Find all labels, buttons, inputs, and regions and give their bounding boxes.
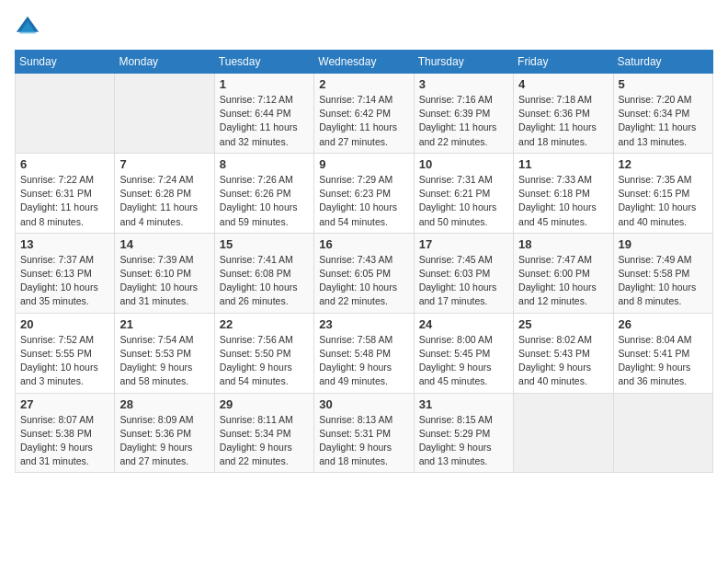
logo bbox=[15, 15, 44, 40]
day-info: Sunrise: 7:52 AMSunset: 5:55 PMDaylight:… bbox=[20, 333, 109, 389]
calendar-cell: 17 Sunrise: 7:45 AMSunset: 6:03 PMDaylig… bbox=[414, 233, 513, 313]
calendar-cell: 1 Sunrise: 7:12 AMSunset: 6:44 PMDayligh… bbox=[214, 74, 313, 154]
header-monday: Monday bbox=[115, 51, 214, 74]
day-info: Sunrise: 8:07 AMSunset: 5:38 PMDaylight:… bbox=[20, 413, 109, 469]
header-friday: Friday bbox=[514, 51, 613, 74]
calendar-cell: 20 Sunrise: 7:52 AMSunset: 5:55 PMDaylig… bbox=[16, 313, 115, 393]
day-number: 13 bbox=[20, 237, 109, 251]
week-row-3: 13 Sunrise: 7:37 AMSunset: 6:13 PMDaylig… bbox=[16, 233, 713, 313]
day-number: 24 bbox=[419, 317, 508, 331]
day-info: Sunrise: 7:37 AMSunset: 6:13 PMDaylight:… bbox=[20, 253, 109, 309]
day-info: Sunrise: 7:24 AMSunset: 6:28 PMDaylight:… bbox=[119, 173, 209, 229]
calendar-cell: 27 Sunrise: 8:07 AMSunset: 5:38 PMDaylig… bbox=[16, 393, 115, 473]
calendar-cell: 5 Sunrise: 7:20 AMSunset: 6:34 PMDayligh… bbox=[613, 74, 712, 154]
day-number: 10 bbox=[419, 157, 508, 171]
day-number: 23 bbox=[319, 317, 408, 331]
calendar-cell: 18 Sunrise: 7:47 AMSunset: 6:00 PMDaylig… bbox=[514, 233, 613, 313]
day-number: 17 bbox=[419, 237, 508, 251]
day-number: 31 bbox=[419, 397, 508, 411]
day-number: 21 bbox=[119, 317, 209, 331]
day-info: Sunrise: 7:54 AMSunset: 5:53 PMDaylight:… bbox=[119, 333, 209, 389]
day-info: Sunrise: 7:12 AMSunset: 6:44 PMDaylight:… bbox=[220, 93, 309, 149]
day-info: Sunrise: 7:18 AMSunset: 6:36 PMDaylight:… bbox=[518, 93, 608, 149]
day-info: Sunrise: 7:22 AMSunset: 6:31 PMDaylight:… bbox=[20, 173, 109, 229]
calendar-cell: 10 Sunrise: 7:31 AMSunset: 6:21 PMDaylig… bbox=[414, 153, 513, 233]
day-info: Sunrise: 8:00 AMSunset: 5:45 PMDaylight:… bbox=[419, 333, 508, 389]
week-row-1: 1 Sunrise: 7:12 AMSunset: 6:44 PMDayligh… bbox=[16, 74, 713, 154]
calendar-cell bbox=[514, 393, 613, 473]
calendar-cell: 24 Sunrise: 8:00 AMSunset: 5:45 PMDaylig… bbox=[414, 313, 513, 393]
day-info: Sunrise: 8:13 AMSunset: 5:31 PMDaylight:… bbox=[319, 413, 408, 469]
calendar-cell bbox=[115, 74, 214, 154]
day-number: 14 bbox=[119, 237, 209, 251]
calendar-cell: 9 Sunrise: 7:29 AMSunset: 6:23 PMDayligh… bbox=[314, 153, 414, 233]
day-info: Sunrise: 7:41 AMSunset: 6:08 PMDaylight:… bbox=[220, 253, 309, 309]
day-number: 4 bbox=[518, 77, 608, 91]
header-sunday: Sunday bbox=[16, 51, 115, 74]
calendar-cell: 3 Sunrise: 7:16 AMSunset: 6:39 PMDayligh… bbox=[414, 74, 513, 154]
calendar-cell: 25 Sunrise: 8:02 AMSunset: 5:43 PMDaylig… bbox=[514, 313, 613, 393]
day-info: Sunrise: 8:02 AMSunset: 5:43 PMDaylight:… bbox=[518, 333, 608, 389]
week-row-5: 27 Sunrise: 8:07 AMSunset: 5:38 PMDaylig… bbox=[16, 393, 713, 473]
calendar-cell: 2 Sunrise: 7:14 AMSunset: 6:42 PMDayligh… bbox=[314, 74, 414, 154]
calendar-cell: 22 Sunrise: 7:56 AMSunset: 5:50 PMDaylig… bbox=[214, 313, 313, 393]
day-number: 25 bbox=[518, 317, 608, 331]
calendar-cell: 31 Sunrise: 8:15 AMSunset: 5:29 PMDaylig… bbox=[414, 393, 513, 473]
header-wednesday: Wednesday bbox=[314, 51, 414, 74]
day-number: 22 bbox=[220, 317, 309, 331]
page-header bbox=[15, 15, 713, 40]
logo-icon bbox=[15, 15, 40, 40]
calendar-cell: 21 Sunrise: 7:54 AMSunset: 5:53 PMDaylig… bbox=[115, 313, 214, 393]
day-info: Sunrise: 7:29 AMSunset: 6:23 PMDaylight:… bbox=[319, 173, 408, 229]
day-info: Sunrise: 8:09 AMSunset: 5:36 PMDaylight:… bbox=[119, 413, 209, 469]
calendar-cell bbox=[16, 74, 115, 154]
day-info: Sunrise: 7:58 AMSunset: 5:48 PMDaylight:… bbox=[319, 333, 408, 389]
day-info: Sunrise: 8:15 AMSunset: 5:29 PMDaylight:… bbox=[419, 413, 508, 469]
calendar-cell: 15 Sunrise: 7:41 AMSunset: 6:08 PMDaylig… bbox=[214, 233, 313, 313]
day-number: 2 bbox=[319, 77, 408, 91]
day-number: 28 bbox=[119, 397, 209, 411]
day-number: 6 bbox=[20, 157, 109, 171]
calendar-cell: 11 Sunrise: 7:33 AMSunset: 6:18 PMDaylig… bbox=[514, 153, 613, 233]
day-info: Sunrise: 7:26 AMSunset: 6:26 PMDaylight:… bbox=[220, 173, 309, 229]
day-number: 18 bbox=[518, 237, 608, 251]
day-info: Sunrise: 7:31 AMSunset: 6:21 PMDaylight:… bbox=[419, 173, 508, 229]
day-info: Sunrise: 7:20 AMSunset: 6:34 PMDaylight:… bbox=[619, 93, 708, 149]
calendar-cell: 14 Sunrise: 7:39 AMSunset: 6:10 PMDaylig… bbox=[115, 233, 214, 313]
day-number: 5 bbox=[619, 77, 708, 91]
day-number: 8 bbox=[220, 157, 309, 171]
calendar-cell: 12 Sunrise: 7:35 AMSunset: 6:15 PMDaylig… bbox=[613, 153, 712, 233]
calendar-cell bbox=[613, 393, 712, 473]
calendar-cell: 29 Sunrise: 8:11 AMSunset: 5:34 PMDaylig… bbox=[214, 393, 313, 473]
calendar-cell: 8 Sunrise: 7:26 AMSunset: 6:26 PMDayligh… bbox=[214, 153, 313, 233]
calendar-cell: 19 Sunrise: 7:49 AMSunset: 5:58 PMDaylig… bbox=[613, 233, 712, 313]
day-number: 19 bbox=[619, 237, 708, 251]
calendar-cell: 6 Sunrise: 7:22 AMSunset: 6:31 PMDayligh… bbox=[16, 153, 115, 233]
day-number: 30 bbox=[319, 397, 408, 411]
calendar-cell: 28 Sunrise: 8:09 AMSunset: 5:36 PMDaylig… bbox=[115, 393, 214, 473]
calendar-cell: 26 Sunrise: 8:04 AMSunset: 5:41 PMDaylig… bbox=[613, 313, 712, 393]
calendar-table: SundayMondayTuesdayWednesdayThursdayFrid… bbox=[15, 50, 713, 473]
week-row-2: 6 Sunrise: 7:22 AMSunset: 6:31 PMDayligh… bbox=[16, 153, 713, 233]
header-thursday: Thursday bbox=[414, 51, 513, 74]
calendar-cell: 23 Sunrise: 7:58 AMSunset: 5:48 PMDaylig… bbox=[314, 313, 414, 393]
day-number: 11 bbox=[518, 157, 608, 171]
day-info: Sunrise: 7:39 AMSunset: 6:10 PMDaylight:… bbox=[119, 253, 209, 309]
day-info: Sunrise: 7:56 AMSunset: 5:50 PMDaylight:… bbox=[220, 333, 309, 389]
day-info: Sunrise: 7:43 AMSunset: 6:05 PMDaylight:… bbox=[319, 253, 408, 309]
header-row: SundayMondayTuesdayWednesdayThursdayFrid… bbox=[16, 51, 713, 74]
day-info: Sunrise: 7:47 AMSunset: 6:00 PMDaylight:… bbox=[518, 253, 608, 309]
week-row-4: 20 Sunrise: 7:52 AMSunset: 5:55 PMDaylig… bbox=[16, 313, 713, 393]
calendar-cell: 4 Sunrise: 7:18 AMSunset: 6:36 PMDayligh… bbox=[514, 74, 613, 154]
day-number: 3 bbox=[419, 77, 508, 91]
day-number: 16 bbox=[319, 237, 408, 251]
day-info: Sunrise: 8:04 AMSunset: 5:41 PMDaylight:… bbox=[619, 333, 708, 389]
day-number: 29 bbox=[220, 397, 309, 411]
day-info: Sunrise: 7:14 AMSunset: 6:42 PMDaylight:… bbox=[319, 93, 408, 149]
day-number: 1 bbox=[220, 77, 309, 91]
day-number: 7 bbox=[119, 157, 209, 171]
day-info: Sunrise: 7:35 AMSunset: 6:15 PMDaylight:… bbox=[619, 173, 708, 229]
day-number: 9 bbox=[319, 157, 408, 171]
day-number: 12 bbox=[619, 157, 708, 171]
calendar-cell: 7 Sunrise: 7:24 AMSunset: 6:28 PMDayligh… bbox=[115, 153, 214, 233]
